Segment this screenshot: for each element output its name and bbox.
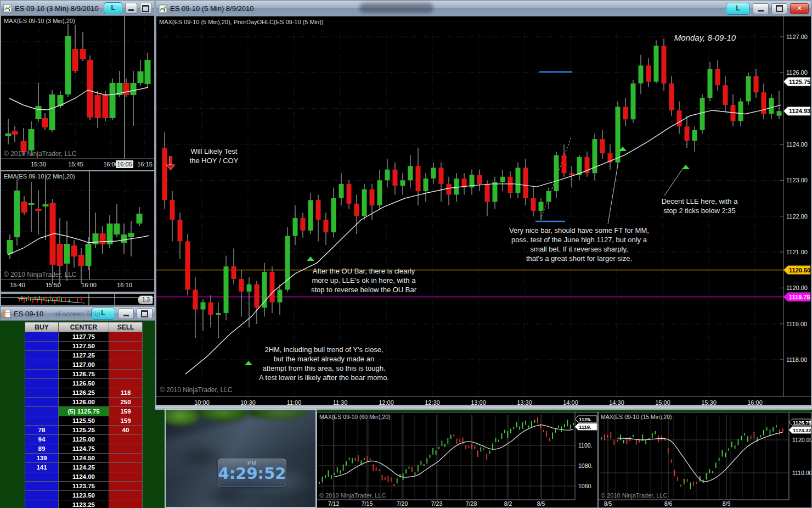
close-button[interactable]: ✕ <box>790 3 809 14</box>
svg-text:1125.75: 1125.75 <box>789 79 810 85</box>
dom-buy-cell[interactable] <box>25 360 59 370</box>
dom-sell-cell[interactable] <box>109 351 143 360</box>
dom-sell-cell[interactable] <box>109 444 143 454</box>
dom-buy-cell[interactable]: 141 <box>25 463 59 472</box>
dom-price-cell: 1127.25 <box>59 351 109 360</box>
link-button[interactable]: L <box>104 2 122 14</box>
dom-price-cell: 1127.50 <box>59 342 109 351</box>
maximize-icon <box>142 5 149 12</box>
dom-sell-cell[interactable] <box>109 435 143 444</box>
titlebar-3min[interactable]: ES 09-10 (3 Min) 8/9/2010 L <box>1 1 154 16</box>
dom-price-cell: 1125.50 <box>59 416 109 426</box>
dom-price-cell: 1124.50 <box>59 454 109 463</box>
svg-text:7/15: 7/15 <box>362 500 373 507</box>
desktop-photo: PM 4:29:52 <box>165 409 317 508</box>
dom-price-cell: 1126.50 <box>59 379 109 388</box>
svg-text:7/28: 7/28 <box>466 500 477 507</box>
dom-buy-cell[interactable]: 94 <box>25 435 59 444</box>
svg-text:15:45: 15:45 <box>68 161 83 168</box>
dom-buy-cell[interactable] <box>25 491 59 500</box>
dom-row: 1127.75 <box>25 332 143 342</box>
dom-sell-cell[interactable] <box>109 454 143 463</box>
dom-buy-cell[interactable] <box>25 398 59 407</box>
svg-text:15:30: 15:30 <box>31 161 46 168</box>
dom-buy-cell[interactable] <box>25 388 59 398</box>
dom-header-center: CENTER <box>59 322 109 332</box>
dom-buy-cell[interactable] <box>25 379 59 388</box>
dom-buy-cell[interactable] <box>25 482 59 491</box>
indicator-label: MAX(ES 09-10 (60 Min),20) <box>319 414 391 420</box>
svg-text:1122.00: 1122.00 <box>786 213 808 220</box>
dom-buy-cell[interactable] <box>25 407 59 416</box>
dom-buy-cell[interactable] <box>25 500 59 508</box>
dom-buy-cell[interactable] <box>25 342 59 351</box>
dom-price-cell: 1123.75 <box>59 482 109 491</box>
svg-text:1123.00: 1123.00 <box>786 177 808 183</box>
minimize-button[interactable] <box>118 308 134 319</box>
dom-sell-cell[interactable] <box>109 379 143 388</box>
dom-row: 1127.50 <box>25 342 143 351</box>
dom-row: 1127.25 <box>25 351 143 360</box>
maximize-icon <box>141 310 148 317</box>
dom-sell-cell[interactable] <box>109 342 143 351</box>
dom-price-cell: 1124.75 <box>59 444 109 454</box>
svg-text:16:05: 16:05 <box>117 161 132 168</box>
dom-sell-cell[interactable] <box>109 491 143 500</box>
chart-15min[interactable]: 1120.001110.001125.751123.328/58/68/9MAX… <box>598 412 812 508</box>
maximize-button[interactable] <box>140 3 152 14</box>
dom-buy-cell[interactable] <box>25 351 59 360</box>
dom-sell-cell[interactable] <box>109 472 143 482</box>
svg-text:16:00: 16:00 <box>81 282 97 288</box>
dom-buy-cell[interactable] <box>25 416 59 426</box>
dom-sell-cell[interactable] <box>109 332 143 342</box>
dom-sell-cell[interactable] <box>109 500 143 508</box>
svg-text:1060.: 1060. <box>578 483 593 489</box>
dom-sell-cell[interactable] <box>109 370 143 379</box>
dom-header-row: BUYCENTERSELL <box>25 322 143 332</box>
dom-price-cell: 1126.75 <box>59 370 109 379</box>
minimize-button[interactable] <box>753 3 769 14</box>
svg-text:8/5: 8/5 <box>537 500 545 507</box>
dom-buy-cell[interactable] <box>25 370 59 379</box>
dom-sell-cell[interactable] <box>109 482 143 491</box>
chart-2min[interactable]: EMA(ES 09-10 (2 Min),20)© 2010 NinjaTrad… <box>1 171 154 292</box>
titlebar-dom[interactable]: ES 09-10 ull-screen Snip L <box>0 306 155 321</box>
mini-chart-strip[interactable]: 1.3 <box>0 293 155 306</box>
dom-row: (5) 1125.75159 <box>25 407 143 416</box>
chart-60min[interactable]: 1100.1080.1060.1125.1119.7/127/157/207/2… <box>317 412 598 508</box>
dom-last-price-cell: (5) 1125.75 <box>59 407 109 416</box>
mini-strip-tag: 1.3 <box>138 295 153 304</box>
dom-sell-cell[interactable]: 159 <box>109 407 143 416</box>
dom-header-sell: SELL <box>109 322 143 332</box>
dom-price-ladder: BUYCENTERSELL1127.751127.501127.251127.0… <box>25 322 143 508</box>
dom-row: 1126.00250 <box>25 398 143 407</box>
minimize-button[interactable] <box>125 3 137 14</box>
link-button[interactable]: L <box>726 3 750 15</box>
svg-text:1125.: 1125. <box>579 416 591 422</box>
maximize-button[interactable] <box>137 308 153 319</box>
svg-text:8/2: 8/2 <box>504 500 512 507</box>
dom-sell-cell[interactable]: 40 <box>109 426 143 435</box>
dom-sell-cell[interactable]: 118 <box>109 388 143 398</box>
dom-buy-cell[interactable] <box>25 472 59 482</box>
dom-buy-cell[interactable] <box>25 332 59 342</box>
dom-row: 1391124.50 <box>25 454 143 463</box>
dom-row: 1126.50 <box>25 379 143 388</box>
dom-row: 781125.2540 <box>25 426 143 435</box>
dom-price-cell: 1125.00 <box>59 435 109 444</box>
chart-3min[interactable]: MAX(ES 09-10 (3 Min),20)© 2010 NinjaTrad… <box>1 16 154 171</box>
maximize-button[interactable] <box>771 3 787 14</box>
dom-sell-cell[interactable]: 159 <box>109 416 143 426</box>
dom-sell-cell[interactable] <box>109 463 143 472</box>
clock-gadget[interactable]: PM 4:29:52 <box>218 459 286 487</box>
dom-sell-cell[interactable]: 250 <box>109 398 143 407</box>
dom-buy-cell[interactable]: 139 <box>25 454 59 463</box>
titlebar-5min[interactable]: ES 09-10 (5 Min) 8/9/2010 L ✕ <box>156 1 811 16</box>
dom-buy-cell[interactable]: 78 <box>25 426 59 435</box>
dom-sell-cell[interactable] <box>109 360 143 370</box>
minimize-icon <box>123 315 129 316</box>
chart-5min[interactable]: 1127.001126.001124.001123.001122.001121.… <box>156 16 811 406</box>
dom-buy-cell[interactable]: 89 <box>25 444 59 454</box>
svg-text:1121.00: 1121.00 <box>786 249 808 255</box>
svg-text:1119.: 1119. <box>579 424 591 430</box>
